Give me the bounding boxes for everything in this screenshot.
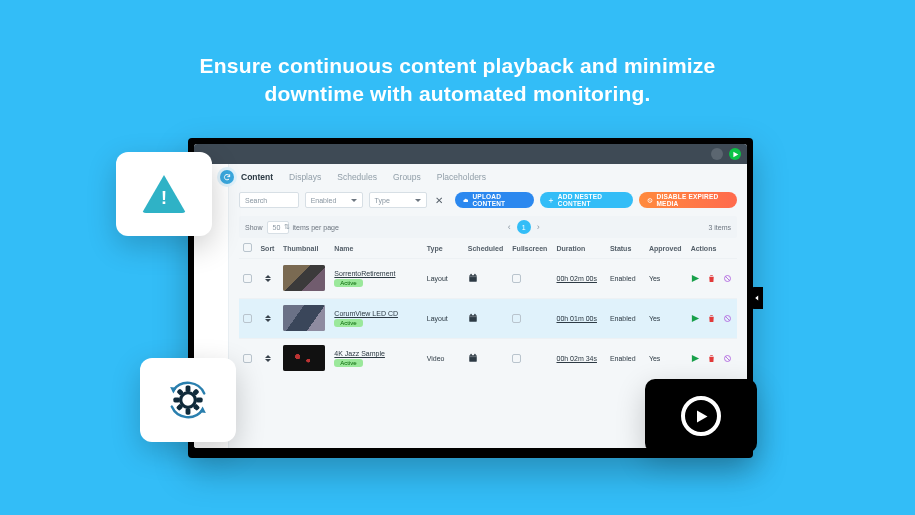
browser-top-bar — [194, 144, 747, 164]
tab-groups[interactable]: Groups — [393, 172, 421, 182]
thumbnail-image[interactable] — [283, 305, 325, 331]
svg-rect-9 — [469, 315, 477, 317]
play-card[interactable] — [645, 379, 757, 453]
type-cell: Layout — [423, 259, 464, 299]
row-checkbox[interactable] — [243, 354, 252, 363]
name-cell[interactable]: CorumView LED CDActive — [330, 299, 422, 339]
col-type[interactable]: Type — [423, 238, 464, 259]
filter-type-select[interactable]: Type — [369, 192, 427, 208]
svg-marker-32 — [697, 410, 708, 422]
table-row[interactable]: SorrentoRetirementActiveLayout00h 02m 00… — [239, 259, 737, 299]
marketing-headline: Ensure continuous content playback and m… — [138, 0, 778, 109]
prev-page-button[interactable]: ‹ — [508, 222, 511, 232]
next-page-button[interactable]: › — [537, 222, 540, 232]
play-icon — [681, 396, 721, 436]
approved-cell: Yes — [645, 339, 687, 379]
back-dot-icon[interactable] — [711, 148, 723, 160]
svg-marker-31 — [170, 387, 177, 394]
disable-action-icon[interactable] — [723, 354, 732, 363]
status-cell: Enabled — [606, 259, 645, 299]
caret-down-icon — [351, 199, 357, 202]
page-number[interactable]: 1 — [517, 220, 531, 234]
col-name[interactable]: Name — [330, 238, 422, 259]
search-input[interactable]: Search — [239, 192, 299, 208]
fullscreen-checkbox[interactable] — [512, 314, 521, 323]
thumbnail-image[interactable] — [283, 265, 325, 291]
show-label: Show — [245, 224, 263, 231]
svg-rect-16 — [470, 354, 471, 356]
row-checkbox[interactable] — [243, 314, 252, 323]
type-cell: Video — [423, 339, 464, 379]
filter-enabled-select[interactable]: Enabled — [305, 192, 363, 208]
row-checkbox[interactable] — [243, 274, 252, 283]
play-action-icon[interactable] — [691, 314, 700, 323]
per-page-select[interactable]: 50 ⇅ — [267, 221, 289, 234]
svg-marker-0 — [733, 151, 738, 157]
refresh-button[interactable] — [220, 170, 234, 184]
alert-icon: ! — [142, 175, 186, 213]
col-scheduled[interactable]: Scheduled — [464, 238, 509, 259]
tab-displays[interactable]: Displays — [289, 172, 321, 182]
sort-handle[interactable] — [260, 275, 275, 282]
col-approved[interactable]: Approved — [645, 238, 687, 259]
name-cell[interactable]: 4K Jazz SampleActive — [330, 339, 422, 379]
upload-content-button[interactable]: UPLOAD CONTENT — [455, 192, 534, 208]
svg-rect-24 — [173, 398, 180, 403]
duration-link[interactable]: 00h 01m 00s — [557, 315, 597, 322]
duration-link[interactable]: 00h 02m 34s — [557, 355, 597, 362]
tab-placeholders[interactable]: Placeholders — [437, 172, 486, 182]
fullscreen-checkbox[interactable] — [512, 354, 521, 363]
add-nested-content-button[interactable]: ADD NESTED CONTENT — [540, 192, 633, 208]
status-badge: Active — [334, 359, 362, 367]
delete-action-icon[interactable] — [707, 274, 716, 283]
alert-card: ! — [116, 152, 212, 236]
nav-tabs: ContentDisplaysSchedulesGroupsPlaceholde… — [239, 172, 737, 182]
forward-play-icon[interactable] — [729, 148, 741, 160]
col-thumbnail[interactable]: Thumbnail — [279, 238, 330, 259]
sort-handle[interactable] — [260, 355, 275, 362]
status-cell: Enabled — [606, 339, 645, 379]
content-table: Sort Thumbnail Name Type Scheduled Fulls… — [239, 238, 737, 378]
calendar-icon[interactable] — [468, 313, 478, 323]
svg-rect-11 — [474, 314, 475, 316]
svg-rect-5 — [474, 274, 475, 276]
svg-marker-18 — [692, 355, 699, 362]
sort-handle[interactable] — [260, 315, 275, 322]
duration-link[interactable]: 00h 02m 00s — [557, 275, 597, 282]
status-badge: Active — [334, 279, 362, 287]
gear-sync-icon — [162, 374, 214, 426]
col-sort[interactable]: Sort — [256, 238, 279, 259]
svg-rect-10 — [470, 314, 471, 316]
per-page-suffix: items per page — [293, 224, 339, 231]
svg-rect-3 — [469, 275, 477, 277]
calendar-icon[interactable] — [468, 353, 478, 363]
col-duration[interactable]: Duration — [553, 238, 606, 259]
col-status[interactable]: Status — [606, 238, 645, 259]
play-action-icon[interactable] — [691, 274, 700, 283]
delete-action-icon[interactable] — [707, 354, 716, 363]
svg-point-21 — [181, 393, 196, 408]
disable-expired-media-button[interactable]: DISABLE EXPIRED MEDIA — [639, 192, 737, 208]
approved-cell: Yes — [645, 299, 687, 339]
tab-content[interactable]: Content — [241, 172, 273, 182]
select-all-checkbox[interactable] — [243, 243, 252, 252]
col-fullscreen[interactable]: Fullscreen — [508, 238, 552, 259]
table-row[interactable]: 4K Jazz SampleActiveVideo00h 02m 34sEnab… — [239, 339, 737, 379]
pager-row: Show 50 ⇅ items per page ‹ 1 › 3 items — [239, 216, 737, 238]
delete-action-icon[interactable] — [707, 314, 716, 323]
fullscreen-checkbox[interactable] — [512, 274, 521, 283]
table-row[interactable]: CorumView LED CDActiveLayout00h 01m 00sE… — [239, 299, 737, 339]
approved-cell: Yes — [645, 259, 687, 299]
disable-action-icon[interactable] — [723, 274, 732, 283]
play-action-icon[interactable] — [691, 354, 700, 363]
thumbnail-image[interactable] — [283, 345, 325, 371]
name-cell[interactable]: SorrentoRetirementActive — [330, 259, 422, 299]
disable-action-icon[interactable] — [723, 314, 732, 323]
calendar-icon[interactable] — [468, 273, 478, 283]
svg-rect-4 — [470, 274, 471, 276]
filter-toolbar: Search Enabled Type ✕ UPLOAD CONTENT — [239, 192, 737, 208]
status-badge: Active — [334, 319, 362, 327]
clear-filters-button[interactable]: ✕ — [435, 195, 443, 206]
right-drawer-handle[interactable] — [751, 287, 763, 309]
tab-schedules[interactable]: Schedules — [337, 172, 377, 182]
